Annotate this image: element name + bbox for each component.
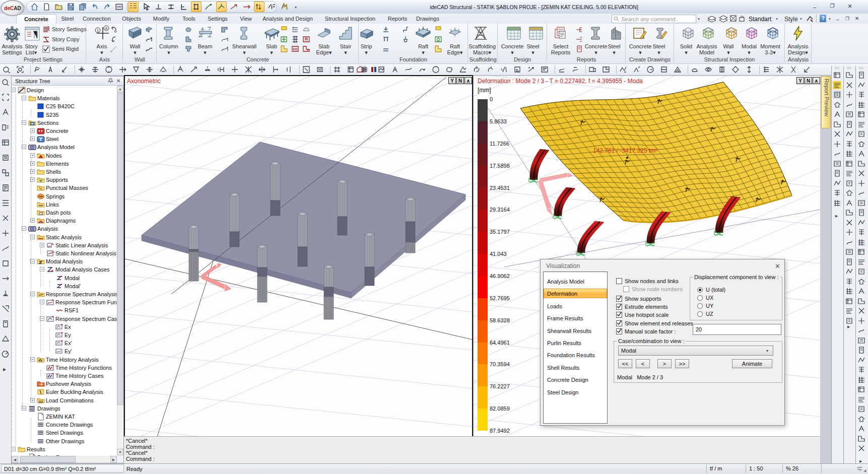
svg-text:A: A <box>105 26 108 31</box>
svg-text:N: N <box>52 250 54 254</box>
svg-text:1: 1 <box>97 28 99 33</box>
svg-text:142.761 / -3417.325 tm²: 142.761 / -3417.325 tm² <box>593 147 657 154</box>
svg-text:T: T <box>31 122 33 125</box>
